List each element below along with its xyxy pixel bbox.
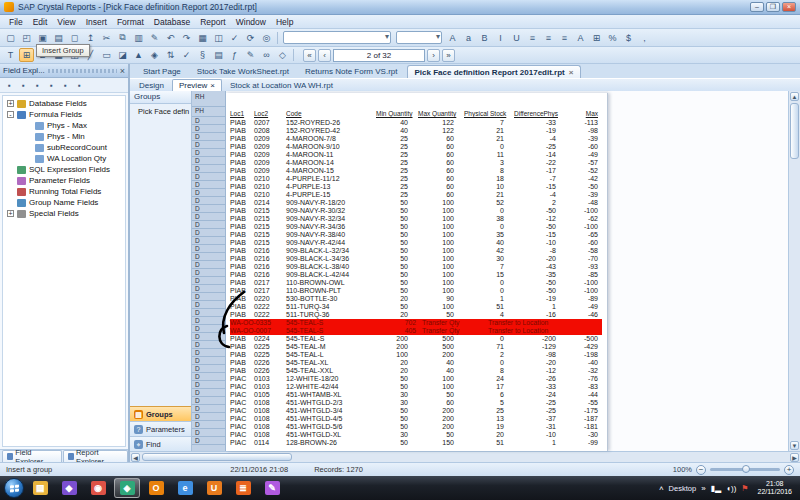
table-row[interactable]: PIAC010312-WHITE-42/445010017-33-83 xyxy=(230,383,602,391)
check-dependencies-button[interactable]: ✓ xyxy=(227,31,242,45)
insert-map-button[interactable]: ◈ xyxy=(147,48,162,62)
rename-field-icon[interactable]: ▪ xyxy=(59,79,72,91)
table-row[interactable]: PIAB0226545-TEAL-XL20400-20-40 xyxy=(230,359,602,367)
close-button[interactable]: × xyxy=(782,2,796,12)
table-row[interactable]: PIAC0108451-WHTGLD-5/65020019-31-181 xyxy=(230,423,602,431)
table-row[interactable]: PIAB02094-MAROON-11256011-14-49 xyxy=(230,151,602,159)
insert-group-button[interactable]: ⊞ xyxy=(19,48,34,62)
taskbar-item-internet-explorer[interactable]: e xyxy=(172,478,198,498)
table-row[interactable]: PIAB0215909-NAVY-R-42/445010040-10-60 xyxy=(230,239,602,247)
save-button[interactable]: ▣ xyxy=(35,31,50,45)
doc-tab-1[interactable]: Stock Take WorkSheet.rpt xyxy=(190,65,296,78)
table-row[interactable]: PIAC0105451-WHTAMB-XL30506-24-44 xyxy=(230,391,602,399)
table-row[interactable]: PIAB02094-MAROON-9/1025600-25-60 xyxy=(230,143,602,151)
scroll-down-icon[interactable]: ▼ xyxy=(790,441,799,450)
show-hidden-icons-icon[interactable]: ˄ xyxy=(659,484,664,493)
italic-button[interactable]: I xyxy=(493,31,508,45)
insert-to-report-icon[interactable]: ▪ xyxy=(17,79,30,91)
tree-item-special-fields[interactable]: +Special Fields xyxy=(3,208,125,219)
horizontal-scroll-thumb[interactable] xyxy=(142,453,292,461)
table-row[interactable]: PIAB0220530-BOTTLE-3020901-19-89 xyxy=(230,295,602,303)
panel-grip[interactable] xyxy=(48,69,117,73)
sort-control-button[interactable]: ⇅ xyxy=(163,48,178,62)
horizontal-scrollbar[interactable]: ◀ ▶ xyxy=(130,451,800,462)
table-row[interactable]: PIAB0214909-NAVY-R-18/2050100522-48 xyxy=(230,199,602,207)
redo-button[interactable]: ↷ xyxy=(179,31,194,45)
menu-view[interactable]: View xyxy=(52,17,80,27)
tree-item-formula-fields[interactable]: -Formula Fields xyxy=(3,109,125,120)
view-tab-preview[interactable]: Preview× xyxy=(172,79,222,91)
table-row[interactable]: PIAB02104-PURPLE-13256010-15-50 xyxy=(230,183,602,191)
table-row[interactable]: PIAB0215909-NAVY-R-38/405010035-15-65 xyxy=(230,231,602,239)
insert-chart-button[interactable]: ▲ xyxy=(131,48,146,62)
tree-item-subrecordcount[interactable]: subRecordCount xyxy=(3,142,125,153)
table-row[interactable]: PIAB0224545-TEAL-S2005000-200-500 xyxy=(230,335,602,343)
tree-expander-icon[interactable]: - xyxy=(7,111,14,118)
zoom-out-icon[interactable]: − xyxy=(696,465,706,475)
scroll-up-icon[interactable]: ▲ xyxy=(790,92,799,101)
transfer-highlight-row[interactable]: WA-OO-0335545-TEAL-S702Transfer QtyTrans… xyxy=(230,319,602,327)
table-row[interactable]: PIAB0215909-NAVY-R-30/32501000-50-100 xyxy=(230,207,602,215)
bottom-tab-report-explorer[interactable]: Report Explorer xyxy=(63,450,128,462)
doc-tab-0[interactable]: Start Page xyxy=(136,65,188,78)
align-center-button[interactable]: ≡ xyxy=(541,31,556,45)
section-expert-button[interactable]: § xyxy=(195,48,210,62)
font-size-up-button[interactable]: A xyxy=(445,31,460,45)
bold-button[interactable]: B xyxy=(477,31,492,45)
action-center-flag-icon[interactable]: ⚑ xyxy=(741,484,748,493)
paste-button[interactable]: ▥ xyxy=(131,31,146,45)
taskbar-item-media-app[interactable]: U xyxy=(201,478,227,498)
vertical-scroll-thumb[interactable] xyxy=(790,103,799,159)
tree-item-group-name-fields[interactable]: Group Name Fields xyxy=(3,197,125,208)
underline-button[interactable]: U xyxy=(509,31,524,45)
doc-tab-3[interactable]: Pick Face definition Report 2017edit.rpt… xyxy=(407,65,582,78)
font-name-combo[interactable] xyxy=(283,31,391,44)
transfer-highlight-row[interactable]: WA-OO-0007545-TEAL-S405Transfer QtyTrans… xyxy=(230,327,602,335)
minimize-button[interactable]: – xyxy=(750,2,764,12)
table-row[interactable]: PIAC010312-WHITE-18/205010024-26-76 xyxy=(230,375,602,383)
taskbar-item-chrome[interactable]: ◉ xyxy=(85,478,111,498)
edit-field-icon[interactable]: ▪ xyxy=(31,79,44,91)
table-row[interactable]: PIAB02104-PURPLE-11/12256018-7-42 xyxy=(230,175,602,183)
menu-help[interactable]: Help xyxy=(271,17,298,27)
menu-database[interactable]: Database xyxy=(149,17,195,27)
table-row[interactable]: PIAB0215909-NAVY-R-34/36501000-50-100 xyxy=(230,223,602,231)
formula-workshop-button[interactable]: ƒ xyxy=(227,48,242,62)
insert-picture-button[interactable]: ◪ xyxy=(115,48,130,62)
bottom-tab-field-explorer[interactable]: Field Explorer xyxy=(2,450,62,462)
insert-box-button[interactable]: ▭ xyxy=(99,48,114,62)
tree-expander-icon[interactable]: + xyxy=(7,210,14,217)
table-row[interactable]: PIAC0108451-WHTGLD-XL305020-10-30 xyxy=(230,431,602,439)
open-button[interactable]: ◰ xyxy=(19,31,34,45)
align-left-button[interactable]: ≡ xyxy=(525,31,540,45)
menu-report[interactable]: Report xyxy=(195,17,231,27)
menu-insert[interactable]: Insert xyxy=(81,17,112,27)
tree-item-phys-min[interactable]: Phys - Min xyxy=(3,131,125,142)
table-row[interactable]: PIAC0108451-WHTGLD-4/55020013-37-187 xyxy=(230,415,602,423)
comma-format-button[interactable]: , xyxy=(637,31,652,45)
network-icon[interactable]: ▮▂ xyxy=(711,484,722,493)
table-row[interactable]: PIAB0222511-TURQ-3450100511-49 xyxy=(230,303,602,311)
menu-file[interactable]: File xyxy=(4,17,28,27)
desktop-toolbar-label[interactable]: Desktop xyxy=(669,484,697,493)
table-row[interactable]: PIAC0114128-BROWN-2650150511-99 xyxy=(230,439,602,447)
panel-close-icon[interactable]: × xyxy=(120,66,125,76)
tree-item-database-fields[interactable]: +Database Fields xyxy=(3,98,125,109)
align-right-button[interactable]: ≡ xyxy=(557,31,572,45)
scroll-right-icon[interactable]: ▶ xyxy=(790,453,799,462)
select-expert-button[interactable]: ✓ xyxy=(179,48,194,62)
font-size-down-button[interactable]: a xyxy=(461,31,476,45)
panel-button-find[interactable]: ⌖Find xyxy=(130,436,191,451)
browse-data-icon[interactable]: ▪ xyxy=(3,79,16,91)
cut-button[interactable]: ✂ xyxy=(99,31,114,45)
volume-icon[interactable]: ◖)) xyxy=(726,484,736,493)
zoom-slider[interactable] xyxy=(710,468,780,471)
table-row[interactable]: PIAB02094-MAROON-1525608-17-52 xyxy=(230,167,602,175)
doc-tab-2[interactable]: Returns Note Form VS.rpt xyxy=(298,65,404,78)
vertical-scrollbar[interactable]: ▲ ▼ xyxy=(788,91,800,451)
next-page-button[interactable]: › xyxy=(427,49,440,62)
borders-button[interactable]: ⊞ xyxy=(589,31,604,45)
table-row[interactable]: PIAB0216909-BLACK-L-42/445010015-35-85 xyxy=(230,271,602,279)
table-row[interactable]: PIAB02094-MAROON-1425603-22-57 xyxy=(230,159,602,167)
view-tab-design[interactable]: Design xyxy=(133,79,170,91)
